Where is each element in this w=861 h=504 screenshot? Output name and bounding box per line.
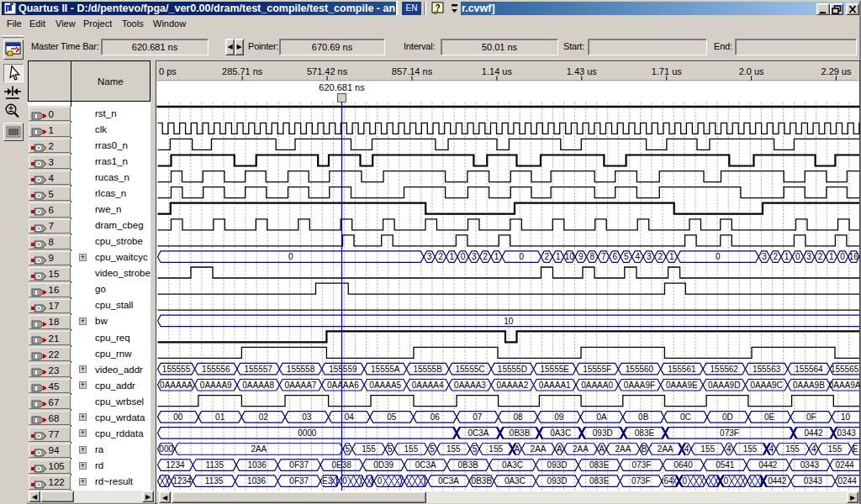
svg-text:8: 8: [589, 252, 594, 261]
svg-text:E3: E3: [322, 476, 333, 486]
svg-text:0: 0: [795, 252, 800, 261]
svg-text:093D: 093D: [547, 460, 568, 470]
svg-text:1: 1: [669, 252, 674, 261]
svg-text:09: 09: [554, 412, 564, 422]
svg-text:155: 155: [489, 444, 503, 454]
svg-text:0 ps: 0 ps: [159, 66, 177, 76]
svg-text:1: 1: [784, 252, 790, 261]
svg-text:0442: 0442: [768, 476, 787, 486]
svg-text:155: 155: [446, 444, 461, 454]
svg-text:1234: 1234: [166, 460, 185, 470]
svg-text:5: 5: [346, 444, 351, 454]
svg-text:0AAA9C: 0AAA9C: [750, 381, 782, 390]
svg-text:0: 0: [723, 476, 728, 486]
svg-text:0C: 0C: [680, 412, 691, 422]
svg-text:0AAAAA: 0AAAAA: [160, 381, 193, 390]
svg-text:5: 5: [624, 252, 629, 261]
svg-text:0F37: 0F37: [289, 476, 309, 486]
svg-text:2AA: 2AA: [658, 444, 673, 454]
svg-text:B: B: [642, 444, 647, 454]
svg-text:083E: 083E: [635, 428, 655, 438]
svg-text:0AAAA3: 0AAAA3: [454, 381, 486, 390]
svg-text:0A3C: 0A3C: [504, 476, 526, 486]
svg-text:155565: 155565: [831, 365, 859, 374]
svg-text:093D: 093D: [593, 428, 613, 438]
svg-text:0AAAA5: 0AAAA5: [369, 381, 401, 390]
svg-text:0: 0: [461, 252, 466, 261]
svg-text:04: 04: [345, 412, 355, 422]
svg-text:073F: 073F: [631, 476, 651, 486]
svg-text:0: 0: [716, 252, 721, 261]
svg-text:0C3A: 0C3A: [467, 428, 489, 438]
svg-text:0: 0: [378, 476, 383, 486]
svg-text:0F: 0F: [806, 412, 816, 422]
svg-text:4: 4: [684, 444, 689, 454]
svg-text:2AA: 2AA: [251, 444, 267, 454]
svg-text:16: 16: [849, 252, 859, 261]
svg-text:5: 5: [473, 444, 478, 454]
svg-text:0: 0: [288, 252, 293, 261]
svg-text:155560: 155560: [626, 365, 654, 374]
svg-text:073F: 073F: [720, 428, 739, 438]
svg-text:?: ?: [435, 3, 440, 13]
svg-text:2: 2: [438, 252, 443, 261]
svg-text:2: 2: [773, 252, 778, 261]
svg-text:0AAAA6: 0AAAA6: [327, 381, 359, 390]
svg-text:0AAAA8: 0AAAA8: [242, 381, 274, 390]
svg-text:0E: 0E: [764, 412, 775, 422]
svg-text:15555C: 15555C: [455, 365, 484, 374]
svg-text:0A: 0A: [596, 412, 607, 422]
svg-text:15555D: 15555D: [498, 365, 527, 374]
svg-text:0: 0: [840, 252, 845, 261]
svg-text:3: 3: [472, 252, 477, 261]
svg-text:1.43 us: 1.43 us: [567, 66, 598, 76]
svg-text:1: 1: [556, 252, 561, 261]
svg-text:7: 7: [601, 252, 606, 261]
svg-text:155562: 155562: [710, 365, 739, 374]
svg-text:073F: 073F: [632, 460, 652, 470]
svg-text:0AAAA9: 0AAAA9: [200, 381, 232, 390]
svg-text:1036: 1036: [248, 460, 267, 470]
svg-text:155: 155: [785, 444, 800, 454]
svg-text:1135: 1135: [205, 476, 224, 486]
svg-text:0D: 0D: [722, 412, 733, 422]
svg-text:083E: 083E: [589, 476, 610, 486]
svg-text:4: 4: [769, 444, 774, 454]
svg-text:0AAAA1: 0AAAA1: [539, 381, 571, 390]
svg-text:0: 0: [520, 252, 525, 261]
svg-text:3: 3: [762, 252, 767, 261]
svg-text:1: 1: [829, 252, 834, 261]
svg-text:15555B: 15555B: [413, 365, 442, 374]
svg-text:155: 155: [404, 444, 419, 454]
svg-text:2.29 us: 2.29 us: [821, 66, 852, 76]
svg-text:2AA: 2AA: [531, 444, 547, 454]
svg-text:3: 3: [806, 252, 811, 261]
svg-text:2AA: 2AA: [573, 444, 589, 454]
svg-text:0442: 0442: [758, 460, 778, 470]
svg-text:0B3B: 0B3B: [457, 460, 478, 470]
svg-text:00: 00: [173, 412, 183, 422]
svg-text:0640: 0640: [673, 460, 693, 470]
svg-text:0A3C: 0A3C: [502, 460, 523, 470]
svg-text:571.42 ns: 571.42 ns: [307, 66, 348, 76]
svg-text:0AAAA0: 0AAAA0: [581, 381, 613, 390]
svg-text:155: 155: [362, 444, 376, 454]
svg-text:0244: 0244: [835, 460, 854, 470]
svg-text:1036: 1036: [247, 476, 267, 486]
svg-text:0AAAA4: 0AAAA4: [412, 381, 444, 390]
svg-text:0D39: 0D39: [373, 460, 394, 470]
svg-text:15555F: 15555F: [583, 365, 611, 374]
svg-text:9: 9: [578, 252, 584, 261]
svg-text:1234: 1234: [172, 476, 192, 486]
svg-text:155: 155: [828, 444, 843, 454]
svg-text:0B3B: 0B3B: [472, 476, 493, 486]
svg-text:0B3B: 0B3B: [510, 428, 531, 438]
svg-text:0343: 0343: [800, 460, 820, 470]
svg-text:155558: 155558: [287, 365, 315, 374]
svg-text:0442: 0442: [804, 428, 823, 438]
svg-text:620.681 ns: 620.681 ns: [319, 82, 365, 92]
svg-text:3: 3: [647, 252, 652, 261]
svg-text:4: 4: [635, 252, 640, 261]
svg-text:0541: 0541: [716, 460, 735, 470]
svg-text:155563: 155563: [753, 365, 781, 374]
